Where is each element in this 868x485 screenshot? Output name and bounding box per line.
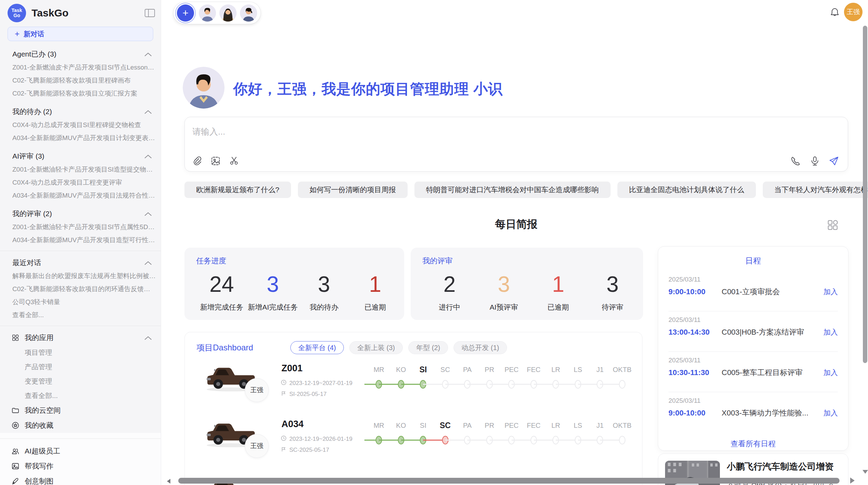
view-all-schedule-link[interactable]: 查看所有日程 — [668, 439, 838, 449]
sidebar-item[interactable]: Z001-全新燃油皮卡产品开发项目SI节点Lesson Learn报告 — [0, 61, 161, 74]
scroll-down-arrow[interactable] — [863, 470, 868, 474]
milestone-label: MR — [368, 420, 390, 431]
schedule-date: 2025/03/11 — [668, 276, 838, 283]
chevron-up-icon[interactable] — [144, 50, 152, 58]
horizontal-scrollbar[interactable] — [178, 478, 840, 484]
chevron-up-icon[interactable] — [144, 108, 152, 116]
project-node-date: SC-2025-05-17 — [281, 446, 329, 454]
join-meeting-link[interactable]: 加入 — [823, 327, 838, 337]
recent-view-all-link[interactable]: 查看全部... — [0, 309, 161, 322]
chevron-up-icon[interactable] — [144, 152, 152, 160]
schedule-line: 9:00-10:00X003-车辆动力学性能验...加入 — [668, 408, 838, 418]
dashboard-tab[interactable]: 全新上装 (3) — [349, 341, 403, 354]
sidebar-item-star-badge[interactable]: 我的收藏 — [0, 418, 161, 433]
sidebar-tool-people[interactable]: AI超级员工 — [0, 444, 161, 459]
new-chat-button[interactable]: + 新对话 — [8, 27, 153, 41]
scroll-right-arrow[interactable] — [850, 477, 855, 484]
chevron-up-icon[interactable] — [144, 259, 152, 267]
recent-chat-item[interactable]: 解释最新出台的欧盟报废车法规再生塑料比例被调至15%... — [0, 270, 161, 283]
app-menu-item[interactable]: 产品管理 — [0, 360, 161, 374]
sidebar-item[interactable]: C0X4-动力总成开发项目工程变更评审 — [0, 176, 161, 189]
suggestion-chip[interactable]: 当下年轻人对汽车外观有怎样的喜好趋势 — [763, 182, 868, 198]
voice-call-icon[interactable] — [790, 156, 801, 166]
schedule-item[interactable]: 2025/03/1113:00-14:30C003|H0B-方案冻结评审加入 — [668, 311, 838, 352]
attachment-icon[interactable] — [192, 156, 203, 166]
project-row[interactable]: 王强A0342023-12-19~2026-01-19SC-2025-05-17… — [196, 413, 642, 469]
send-icon[interactable] — [829, 156, 840, 166]
chevron-up-icon[interactable] — [144, 334, 152, 342]
add-agent-button[interactable]: + — [177, 4, 194, 22]
image-upload-icon[interactable] — [210, 156, 221, 166]
dashboard-tab[interactable]: 全新平台 (4) — [290, 341, 344, 354]
project-code: A034 — [281, 419, 304, 430]
schedule-title: 日程 — [668, 256, 838, 266]
project-row[interactable]: 王强Z0012023-12-19~2027-01-19SI-2025-05-17… — [196, 358, 642, 413]
sidebar-section-recent-label: 最近对话 — [12, 258, 41, 268]
sidebar-item[interactable]: C02-飞腾新能源轻客改款项目立项汇报方案 — [0, 87, 161, 100]
suggestion-chip[interactable]: 特朗普可能对进口汽车增税会对中国车企造成哪些影响 — [414, 182, 611, 198]
milestone-slot: SI — [412, 364, 434, 391]
project-node-date: SI-2025-05-17 — [281, 390, 327, 398]
microphone-icon[interactable] — [809, 156, 820, 166]
milestone-label: OKTB — [611, 364, 634, 375]
suggestion-chip[interactable]: 比亚迪全固态电池计划具体说了什么 — [617, 182, 756, 198]
schedule-item[interactable]: 2025/03/119:00-10:00X003-车辆动力学性能验...加入 — [668, 392, 838, 433]
app-menu-item[interactable]: 变更管理 — [0, 374, 161, 388]
agent-avatar-3[interactable] — [240, 4, 257, 22]
recent-chat-item[interactable]: C02-飞腾新能源轻客改款项目的闭环通告反馈情况 — [0, 283, 161, 296]
stat-value: 1 — [350, 272, 401, 296]
milestone-label: LS — [567, 364, 589, 375]
user-avatar[interactable]: 王强 — [844, 3, 863, 21]
sidebar-tool-pen[interactable]: 创意制图 — [0, 474, 161, 485]
stat-label: AI预评审 — [477, 302, 531, 312]
sidebar-section-2[interactable]: AI评审 (3) — [0, 149, 161, 163]
layout-grid-icon[interactable] — [826, 219, 839, 232]
sidebar-item[interactable]: A034-全新新能源MUV产品开发项目法规符合性评审 — [0, 189, 161, 202]
sidebar-item[interactable]: C0X4-动力总成开发项目SI里程碑提交物检查 — [0, 119, 161, 132]
agent-avatar-1[interactable] — [199, 4, 216, 22]
schedule-time: 10:30-11:30 — [668, 368, 722, 377]
composer-actions — [790, 156, 840, 166]
schedule-item[interactable]: 2025/03/119:00-10:00C001-立项审批会加入 — [668, 271, 838, 311]
chat-input[interactable] — [192, 124, 604, 139]
suggestion-chip[interactable]: 如何写一份清晰的项目周报 — [298, 182, 408, 198]
chevron-up-icon[interactable] — [144, 210, 152, 218]
scissors-icon[interactable] — [229, 156, 240, 166]
schedule-date: 2025/03/11 — [668, 397, 838, 405]
join-meeting-link[interactable]: 加入 — [823, 368, 838, 377]
schedule-item[interactable]: 2025/03/1110:30-11:30C005-整车工程目标评审加入 — [668, 352, 838, 392]
sidebar-section-recent[interactable]: 最近对话 — [0, 256, 161, 270]
sidebar-tool-image-write[interactable]: 帮我写作 — [0, 459, 161, 474]
sidebar-item[interactable]: A034-全新新能源MUV产品开发项目计划变更表编写 — [0, 132, 161, 145]
milestone-slot: J1 — [589, 364, 611, 391]
join-meeting-link[interactable]: 加入 — [823, 408, 838, 418]
sidebar-section-0[interactable]: Agent已办 (3) — [0, 47, 161, 61]
sidebar-section-3[interactable]: 我的评审 (2) — [0, 207, 161, 221]
dashboard-tab[interactable]: 动总开发 (1) — [454, 341, 507, 354]
apps-view-all-link[interactable]: 查看全部... — [0, 388, 161, 403]
sidebar-item[interactable]: Z001-全新燃油轻卡产品开发项目SI造型提交物评审 — [0, 163, 161, 176]
notification-bell-icon[interactable] — [828, 5, 842, 19]
stat-value: 3 — [477, 272, 531, 296]
sidebar-item[interactable]: C02-飞腾新能源轻客改款项目里程碑画布 — [0, 74, 161, 87]
vertical-scrollbar[interactable] — [863, 26, 867, 363]
sidebar-item-my-apps[interactable]: 我的应用 — [0, 330, 161, 345]
sidebar-item[interactable]: A034-全新新能源MUV产品开发项目造型可行性评审 — [0, 234, 161, 247]
suggestion-chip[interactable]: 欧洲新规最近颁布了什么? — [184, 182, 291, 198]
sidebar-section-1[interactable]: 我的待办 (2) — [0, 105, 161, 119]
sidebar-collapse-icon[interactable] — [144, 8, 155, 18]
sidebar-item-cloud-folder[interactable]: 我的云空间 — [0, 403, 161, 418]
dashboard-title: 项目Dashboard — [196, 342, 290, 353]
taskgo-window: Task Go TaskGo + 新对话 Agent已办 (3)Z001-全新燃… — [0, 0, 868, 485]
join-meeting-link[interactable]: 加入 — [823, 287, 838, 297]
milestone-slot: KO — [390, 420, 412, 447]
schedule-card: 日程 2025/03/119:00-10:00C001-立项审批会加入2025/… — [658, 246, 848, 451]
agent-avatar-2[interactable] — [219, 4, 237, 22]
recent-chat-item[interactable]: 公司Q3轻卡销量 — [0, 296, 161, 309]
dashboard-tab[interactable]: 年型 (2) — [408, 341, 448, 354]
sidebar-item[interactable]: Z001-全新燃油轻卡产品开发项目SI节点属性5D文件评审 — [0, 221, 161, 234]
app-menu-item[interactable]: 项目管理 — [0, 345, 161, 360]
stat-row: 2进行中3AI预评审1已逾期3待评审 — [422, 272, 640, 312]
scroll-left-arrow[interactable] — [167, 479, 170, 484]
pen-icon — [11, 477, 20, 485]
